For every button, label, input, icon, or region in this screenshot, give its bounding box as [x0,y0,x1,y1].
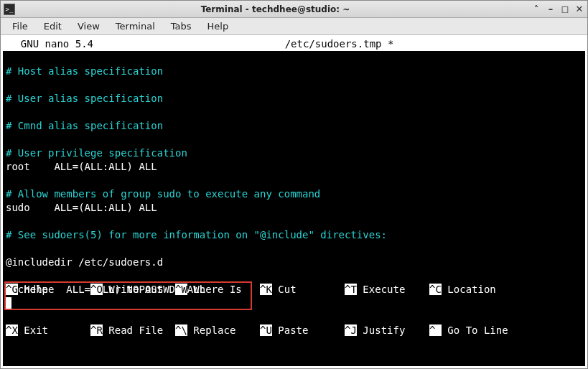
editor-line: # Cmnd alias specification [6,119,582,133]
nano-shortcut-key: ^W [175,284,187,295]
menu-help[interactable]: Help [200,19,236,33]
window-maximize-button[interactable]: ◻ [560,4,570,14]
editor-line: root ALL=(ALL:ALL) ALL [6,160,582,174]
nano-titlebar: GNU nano 5.4 /etc/sudoers.tmp * [3,37,585,51]
editor-line: sudo ALL=(ALL:ALL) ALL [6,201,582,215]
nano-shortcut: ^J Justify [345,324,429,337]
editor-line: # User alias specification [6,92,582,106]
nano-shortcut-label: Location [442,284,514,295]
terminal-area[interactable]: GNU nano 5.4 /etc/sudoers.tmp * # Host a… [3,37,585,366]
nano-shortcut-label: Cut [272,284,345,295]
menu-file[interactable]: File [5,19,35,33]
nano-shortcut-key: ^J [345,324,357,336]
editor-line [6,174,582,187]
nano-shortcut-label: Justify [357,324,429,336]
nano-shortcut-key: ^K [260,284,272,295]
nano-shortcut-label: Exit [18,324,90,336]
nano-shortcut-key: ^R [90,324,103,336]
window-close-button[interactable]: ✕ [574,4,584,14]
menu-view[interactable]: View [70,19,107,33]
menubar: File Edit View Terminal Tabs Help [1,18,587,35]
window-title: Terminal - techdhee@studio: ~ [19,4,531,14]
menu-edit[interactable]: Edit [37,19,69,33]
nano-shortcut: ^_ Go To Line [429,324,514,337]
window-minimize-button[interactable]: – [546,4,556,14]
nano-shortcut: ^K Cut [260,283,345,296]
nano-shortcut: ^R Read File [90,324,175,337]
nano-shortcut: ^W Where Is [175,283,260,296]
nano-shortcut-label: Replace [187,324,260,336]
nano-shortcut-label: Where Is [187,284,260,295]
nano-shortcut-label: Write Out [103,284,175,295]
editor-line [6,242,582,256]
nano-shortcut: ^G Help [6,283,90,296]
nano-shortcut: ^O Write Out [90,283,175,296]
nano-shortcut-key: ^C [429,284,442,295]
editor-line: # Host alias specification [6,65,582,78]
nano-shortcut-label: Go To Line [442,324,514,336]
editor-line [6,215,582,228]
nano-shortcuts-row2: ^X Exit ^R Read File ^\ Replace ^U Paste… [6,324,582,337]
nano-shortcut-label: Paste [272,324,345,336]
nano-shortcuts: ^G Help ^O Write Out ^W Where Is ^K Cut … [3,256,585,366]
nano-shortcut-key: ^U [260,324,272,336]
nano-shortcut: ^T Execute [345,283,429,296]
nano-filename: /etc/sudoers.tmp * [93,37,585,51]
nano-shortcut: ^X Exit [6,324,90,337]
nano-shortcut-key: ^\ [175,324,187,336]
editor-line: # User privilege specification [6,146,582,160]
nano-shortcut-label: Execute [357,284,429,295]
nano-shortcut-key: ^G [6,284,18,295]
window-rollup-button[interactable]: ˄ [531,4,541,14]
nano-shortcut-key: ^T [345,284,357,295]
nano-shortcut-label: Read File [103,324,175,336]
nano-shortcut-key: ^O [90,284,103,295]
nano-shortcut-key: ^X [6,324,18,336]
editor-line [6,106,582,119]
nano-shortcut-label: Help [18,284,90,295]
editor-line [6,51,582,65]
nano-shortcut-key: ^_ [429,324,442,336]
editor-line: # See sudoers(5) for more information on… [6,228,582,242]
terminal-icon: >_ [4,4,15,15]
nano-shortcut: ^C Location [429,283,514,296]
editor-line [6,133,582,146]
terminal-frame: GNU nano 5.4 /etc/sudoers.tmp * # Host a… [1,35,587,368]
nano-shortcut: ^\ Replace [175,324,260,337]
nano-version: GNU nano 5.4 [3,37,93,51]
menu-terminal[interactable]: Terminal [108,19,162,33]
window-titlebar: >_ Terminal - techdhee@studio: ~ ˄ – ◻ ✕ [1,1,587,18]
nano-shortcuts-row1: ^G Help ^O Write Out ^W Where Is ^K Cut … [6,283,582,296]
window-controls: ˄ – ◻ ✕ [531,4,584,14]
editor-line: # Allow members of group sudo to execute… [6,187,582,201]
editor-line [6,78,582,92]
menu-tabs[interactable]: Tabs [164,19,199,33]
nano-shortcut: ^U Paste [260,324,345,337]
